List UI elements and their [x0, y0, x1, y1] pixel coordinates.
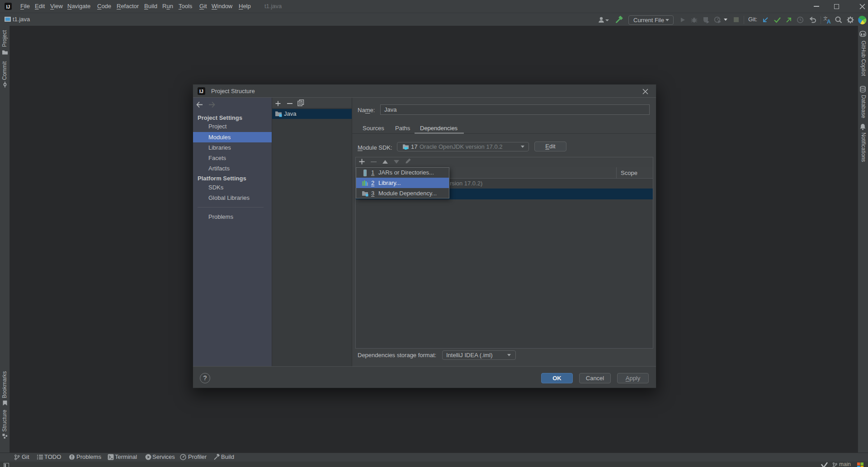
svg-text:IJ: IJ: [6, 5, 10, 9]
svg-text:A: A: [827, 19, 831, 24]
svg-text:IJ: IJ: [199, 89, 203, 94]
